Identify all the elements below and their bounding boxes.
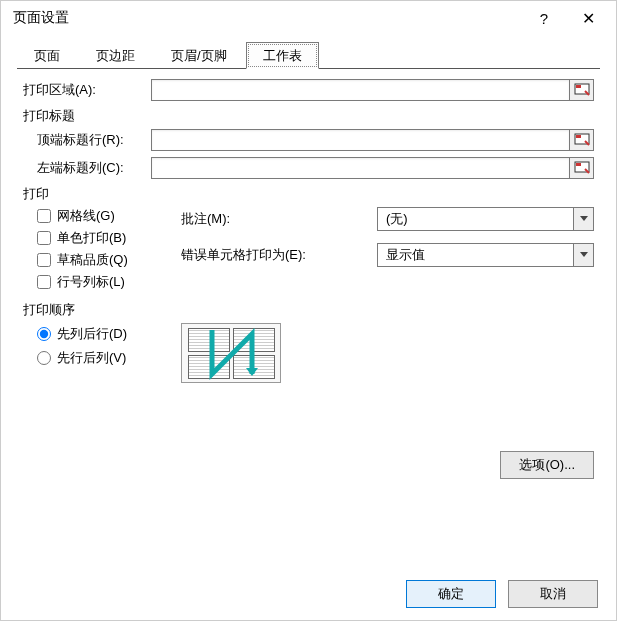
help-button[interactable]: ? <box>522 3 566 33</box>
order-preview-icon <box>181 323 281 383</box>
comments-label: 批注(M): <box>181 210 377 228</box>
svg-rect-5 <box>576 163 581 166</box>
print-area-input[interactable] <box>151 79 570 101</box>
order-section: 打印顺序 <box>23 301 594 319</box>
print-area-label: 打印区域(A): <box>23 81 151 99</box>
down-then-over-radio[interactable]: 先列后行(D) <box>23 325 181 343</box>
left-col-label: 左端标题列(C): <box>23 159 151 177</box>
print-titles-section: 打印标题 <box>23 107 594 125</box>
left-col-input[interactable] <box>151 157 570 179</box>
ok-button[interactable]: 确定 <box>406 580 496 608</box>
print-section: 打印 <box>23 185 594 203</box>
tab-margins[interactable]: 页边距 <box>79 42 152 69</box>
chevron-down-icon <box>573 244 593 266</box>
options-button[interactable]: 选项(O)... <box>500 451 594 479</box>
top-row-picker-icon[interactable] <box>570 129 594 151</box>
top-row-input[interactable] <box>151 129 570 151</box>
draft-checkbox[interactable]: 草稿品质(Q) <box>23 251 181 269</box>
errors-value: 显示值 <box>386 246 425 264</box>
print-area-picker-icon[interactable] <box>570 79 594 101</box>
gridlines-checkbox[interactable]: 网格线(G) <box>23 207 181 225</box>
over-then-down-radio[interactable]: 先行后列(V) <box>23 349 181 367</box>
close-button[interactable]: ✕ <box>566 3 610 33</box>
errors-dropdown[interactable]: 显示值 <box>377 243 594 267</box>
comments-value: (无) <box>386 210 408 228</box>
tab-sheet[interactable]: 工作表 <box>246 42 319 69</box>
tab-page[interactable]: 页面 <box>17 42 77 69</box>
svg-rect-1 <box>576 85 581 88</box>
top-row-label: 顶端标题行(R): <box>23 131 151 149</box>
left-col-picker-icon[interactable] <box>570 157 594 179</box>
svg-rect-3 <box>576 135 581 138</box>
titlebar: 页面设置 ? ✕ <box>1 1 616 35</box>
row-col-headings-checkbox[interactable]: 行号列标(L) <box>23 273 181 291</box>
errors-label: 错误单元格打印为(E): <box>181 246 377 264</box>
tab-strip: 页面 页边距 页眉/页脚 工作表 <box>17 41 600 69</box>
cancel-button[interactable]: 取消 <box>508 580 598 608</box>
comments-dropdown[interactable]: (无) <box>377 207 594 231</box>
chevron-down-icon <box>573 208 593 230</box>
tab-header-footer[interactable]: 页眉/页脚 <box>154 42 244 69</box>
black-white-checkbox[interactable]: 单色打印(B) <box>23 229 181 247</box>
window-title: 页面设置 <box>13 9 522 27</box>
